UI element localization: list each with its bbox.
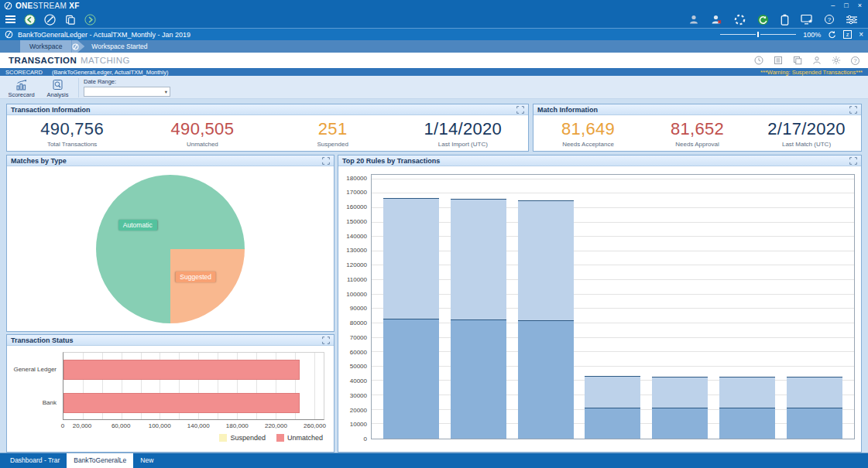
brand-part-one: ONE (15, 2, 33, 10)
y-tick-label: 10000 (350, 421, 367, 428)
analysis-icon (52, 79, 63, 91)
bottom-tab-new[interactable]: New (133, 453, 160, 468)
stacked-bar (719, 175, 775, 439)
stat-value: 81,652 (643, 119, 752, 139)
stat-label: Last Match (UTC) (752, 141, 861, 148)
stat-value: 81,649 (533, 119, 643, 139)
expand-icon[interactable] (849, 157, 857, 165)
stacked-bar (451, 175, 506, 439)
users-icon[interactable] (688, 14, 699, 25)
duplicate-icon[interactable] (793, 56, 802, 65)
document-title: BankToGeneralLedger - ActualTXM_Monthly … (18, 31, 190, 39)
x-tick-label: 100,000 (149, 422, 171, 429)
expand-icon[interactable] (849, 106, 857, 114)
scorecard-context: (BankToGeneralLedger, ActualTXM_Monthly) (52, 69, 169, 76)
pie-label-suggested: Suggested (175, 272, 216, 282)
scorecard-button[interactable]: Scorecard (3, 77, 39, 98)
zoom-slider[interactable] (720, 32, 796, 37)
spinner-icon[interactable] (734, 14, 746, 26)
refresh-icon[interactable] (828, 30, 836, 39)
bottom-tab-dashboard-trar[interactable]: Dashboard - Trar (3, 453, 67, 468)
bar-upper-segment (652, 377, 708, 408)
category-label: Bank (7, 399, 57, 406)
list-icon[interactable] (774, 56, 783, 65)
x-tick-label: 180,000 (226, 422, 249, 429)
matches-pie: Automatic Suggested (96, 175, 245, 323)
matches-by-type-panel: Matches by Type Automatic Suggested (6, 155, 335, 332)
gear-icon[interactable] (832, 56, 841, 65)
y-tick-label: 40000 (350, 377, 367, 384)
bar-lower-segment (383, 319, 439, 439)
bar-upper-segment (383, 198, 439, 319)
workspace-status: Workspace Started (91, 43, 147, 50)
maximize-button[interactable]: □ (844, 1, 848, 10)
stat-value: 490,505 (137, 119, 267, 139)
minimize-button[interactable]: – (831, 1, 835, 10)
edit-circle-icon[interactable] (44, 14, 56, 26)
display-settings-icon[interactable] (801, 14, 813, 25)
page-help-icon[interactable]: ? (851, 56, 859, 65)
stat-block: 490,756Total Transactions (7, 119, 137, 148)
forward-icon[interactable] (84, 14, 96, 26)
battery-icon[interactable] (781, 14, 789, 26)
transaction-status-panel: Transaction Status 020,00060,000100,0001… (6, 334, 335, 453)
copy-icon[interactable] (64, 14, 76, 26)
user-icon[interactable] (812, 56, 822, 65)
stat-label: Suspended (268, 141, 398, 148)
menu-icon[interactable] (5, 15, 15, 23)
refresh-green-icon[interactable] (757, 14, 769, 26)
top-rules-plot (371, 174, 855, 439)
workspace-bar: Workspace Workspace Started (0, 40, 868, 53)
ts-x-axis: 020,00060,000100,000140,000180,000220,00… (63, 422, 324, 431)
hbar-general-ledger (63, 360, 300, 380)
expand-icon[interactable] (516, 106, 524, 114)
transaction-information-panel: Transaction Information 490,756Total Tra… (6, 104, 529, 152)
expand-icon[interactable] (322, 157, 330, 165)
brand-part-xf: XF (69, 2, 79, 10)
settings-sliders-icon[interactable] (846, 15, 858, 25)
y-tick-label: 110000 (347, 276, 367, 283)
close-button[interactable]: × (858, 1, 862, 10)
stat-block: 1/14/2020Last Import (UTC) (398, 119, 528, 148)
x-tick-label: 140,000 (187, 422, 210, 429)
x-tick-label: 220,000 (265, 422, 287, 429)
user-error-icon[interactable] (711, 14, 722, 25)
x-tick-label: 260,000 (304, 422, 326, 429)
hbar-bank (63, 393, 300, 413)
panel-title: Matches by Type (11, 157, 67, 165)
date-range-dropdown[interactable]: ▾ (84, 87, 170, 97)
y-tick-label: 180000 (346, 175, 367, 182)
stat-block: 81,649Needs Acceptance (533, 119, 643, 148)
transaction-status-chart: 020,00060,000100,000140,000180,000220,00… (7, 346, 334, 452)
zoom-level: 100% (803, 31, 821, 39)
panel-title: Transaction Status (11, 336, 74, 344)
ts-plot (63, 352, 324, 420)
legend-item: Unmatched (276, 434, 323, 442)
stat-value: 1/14/2020 (398, 119, 528, 139)
panel-title: Match Information (537, 106, 598, 114)
help-icon[interactable]: ? (825, 15, 834, 24)
bar-lower-segment (719, 408, 775, 439)
back-icon[interactable] (24, 14, 36, 26)
ts-legend: SuspendedUnmatched (219, 434, 323, 442)
legend-label: Unmatched (287, 434, 323, 442)
analysis-button[interactable]: Analysis (39, 77, 76, 98)
bar-upper-segment (787, 377, 842, 408)
y-tick-label: 140000 (346, 233, 367, 240)
clock-icon[interactable] (754, 56, 763, 65)
workspace-tab[interactable]: Workspace (20, 40, 71, 53)
date-range-label: Date Range: (84, 78, 170, 85)
expand-icon[interactable] (322, 336, 330, 344)
stat-label: Total Transactions (7, 141, 137, 148)
zoom-reset-button[interactable]: z (843, 30, 852, 39)
y-tick-label: 50000 (350, 363, 367, 370)
bottom-tab-bar: Dashboard - TrarBankToGeneralLeNew (0, 453, 868, 468)
app-brand: ONESTREAM XF (4, 2, 80, 10)
bottom-tab-banktogeneralle[interactable]: BankToGeneralLe (67, 453, 133, 468)
stat-block: 490,505Unmatched (137, 119, 267, 148)
close-document-button[interactable]: × (859, 30, 863, 39)
panel-title: Top 20 Rules by Transactions (342, 157, 440, 165)
brand-part-stream: STREAM (33, 2, 67, 10)
ribbon-divider (78, 78, 79, 97)
page-header: TRANSACTIONMATCHING (0, 53, 868, 68)
